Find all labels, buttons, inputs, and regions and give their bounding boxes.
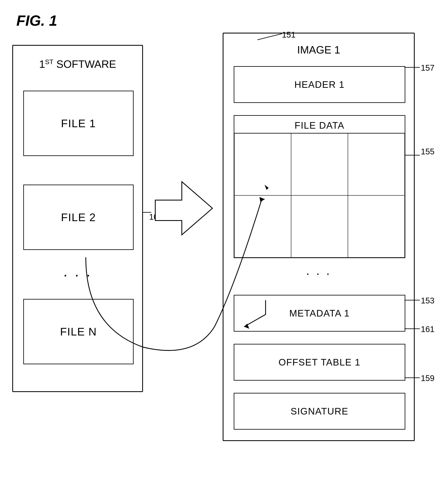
ref-151: 151 bbox=[282, 30, 296, 39]
filen-box: FILE N bbox=[23, 299, 134, 364]
left-dots: · · · bbox=[63, 266, 92, 283]
filedata-grid bbox=[234, 133, 405, 258]
image-label: IMAGE 1 bbox=[297, 44, 340, 56]
ref-155: 155 bbox=[421, 147, 435, 156]
signature-box: SIGNATURE bbox=[234, 393, 405, 430]
right-dots: · · · bbox=[306, 266, 331, 280]
software-label-rest: SOFTWARE bbox=[53, 58, 116, 70]
ref-159: 159 bbox=[421, 374, 435, 383]
grid-cell-4 bbox=[234, 195, 291, 258]
grid-cell-3 bbox=[348, 133, 405, 195]
software-label: 1ST SOFTWARE bbox=[39, 58, 116, 70]
metadata1-box: METADATA 1 bbox=[234, 295, 405, 332]
grid-cell-1 bbox=[234, 133, 291, 195]
filedata-box: FILE DATA bbox=[234, 115, 405, 258]
ref-153: 153 bbox=[421, 296, 435, 305]
left-software-container: 1ST SOFTWARE FILE 1 FILE 2 · · · FILE N bbox=[12, 45, 143, 392]
ref-157: 157 bbox=[421, 63, 435, 72]
offset-table1-box: OFFSET TABLE 1 bbox=[234, 344, 405, 381]
figure-title: FIG. 1 bbox=[16, 12, 57, 29]
file1-box: FILE 1 bbox=[23, 91, 134, 156]
header1-box: HEADER 1 bbox=[234, 66, 405, 103]
software-label-1: 1 bbox=[39, 58, 45, 70]
software-label-sup: ST bbox=[45, 58, 53, 66]
ref-161: 161 bbox=[421, 325, 435, 334]
file2-box: FILE 2 bbox=[23, 185, 134, 250]
svg-marker-0 bbox=[155, 182, 212, 235]
grid-cell-6 bbox=[348, 195, 405, 258]
right-image-container: IMAGE 1 HEADER 1 FILE DATA · · · METADAT… bbox=[223, 33, 415, 441]
filedata-label: FILE DATA bbox=[234, 116, 405, 133]
ref-101: 101 bbox=[149, 212, 163, 221]
grid-cell-5 bbox=[291, 195, 348, 258]
grid-cell-2 bbox=[291, 133, 348, 195]
